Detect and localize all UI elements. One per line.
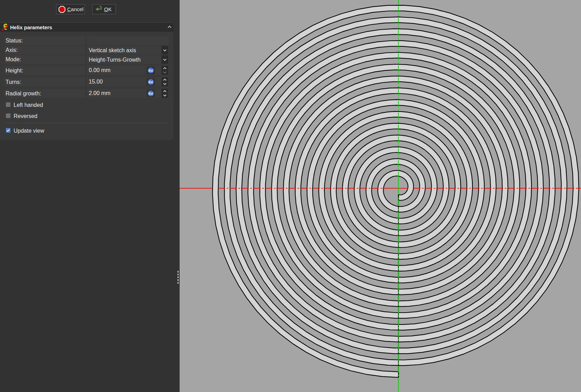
svg-text:f(x): f(x)	[148, 92, 153, 95]
svg-text:f(x): f(x)	[148, 80, 153, 84]
svg-text:f(x): f(x)	[148, 69, 153, 72]
